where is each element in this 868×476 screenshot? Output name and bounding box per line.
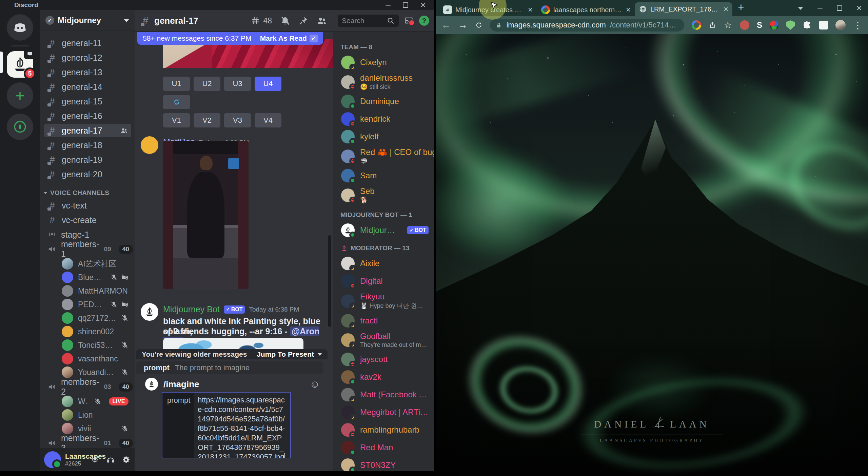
voice-user[interactable]: Bluebeat: [59, 271, 131, 284]
member-row[interactable]: Digital: [338, 272, 431, 290]
voice-user[interactable]: vasanthanc: [59, 352, 131, 365]
member-row[interactable]: Red 🦀 | CEO of bugs ...🦈: [338, 145, 431, 167]
variation-v4-button[interactable]: V4: [255, 113, 281, 127]
upscale-u2-button[interactable]: U2: [194, 77, 220, 91]
extensions-puzzle-icon[interactable]: [802, 20, 812, 30]
channel-list[interactable]: general-11 general-12 general-13 general…: [40, 31, 135, 448]
voice-user[interactable]: AI艺术社区: [59, 257, 131, 271]
midjourney-result-image[interactable]: [163, 338, 303, 350]
voice-user[interactable]: shinen002: [59, 325, 131, 338]
upscale-u1-button[interactable]: U1: [163, 77, 190, 91]
notifications-muted-icon[interactable]: [280, 16, 290, 26]
browser-menu-icon[interactable]: [853, 20, 863, 31]
minimize-button[interactable]: [817, 3, 822, 14]
member-row[interactable]: kav2k: [338, 368, 431, 386]
server-icon-midjourney[interactable]: 5: [7, 51, 33, 78]
new-messages-bar[interactable]: 58+ new messages since 6:37 PM Mark As R…: [137, 32, 323, 45]
member-row[interactable]: Meggirbot | ARTificial...: [338, 403, 431, 421]
upscale-u4-button[interactable]: U4: [255, 77, 281, 91]
headphones-icon[interactable]: [106, 455, 115, 464]
member-row[interactable]: kylelf: [338, 128, 431, 145]
avatar[interactable]: [141, 136, 158, 154]
member-row[interactable]: Aixile: [338, 255, 431, 272]
voice-user[interactable]: qq271725158: [59, 311, 131, 325]
close-button[interactable]: [856, 3, 862, 14]
member-row[interactable]: ramblingrhubarb: [338, 421, 431, 439]
extension-shield-icon[interactable]: [786, 20, 795, 30]
voice-room-members-2[interactable]: members-20340: [44, 380, 131, 394]
member-row[interactable]: Seb🐕: [338, 184, 431, 206]
member-row[interactable]: Cixelyn: [338, 54, 431, 71]
member-row[interactable]: Eikyuu🐰 Hype boy 너만 원해 Hype ...: [338, 290, 431, 312]
voice-user[interactable]: WinteraLIVE: [59, 395, 131, 408]
member-row[interactable]: jayscott: [338, 351, 431, 368]
explore-servers-button[interactable]: [7, 114, 33, 140]
attachment-image[interactable]: [163, 141, 249, 289]
member-list-scroll[interactable]: TEAM — 8 Cixelyn danielrussruss🤒 still s…: [333, 32, 434, 471]
member-list-icon[interactable]: [317, 16, 327, 26]
inbox-icon[interactable]: [404, 16, 414, 25]
autocomplete-option[interactable]: prompt: [144, 363, 170, 372]
search-input[interactable]: Search: [338, 15, 399, 27]
member-row[interactable]: Dominique: [338, 93, 431, 110]
prompt-input-box[interactable]: prompt https://images.squarespace-cdn.co…: [162, 392, 291, 458]
close-button[interactable]: [420, 0, 426, 11]
channel-vc-create[interactable]: vc-create: [44, 213, 131, 227]
channel-general-12[interactable]: general-12: [44, 51, 131, 64]
extension-icon[interactable]: [740, 20, 749, 30]
voice-user[interactable]: Lion: [59, 408, 131, 422]
mark-as-read-button[interactable]: Mark As Read: [260, 34, 318, 42]
member-row[interactable]: Red Man: [338, 439, 431, 456]
gear-icon[interactable]: [122, 455, 131, 464]
channel-general-14[interactable]: general-14: [44, 80, 131, 94]
message-area[interactable]: 58+ new messages since 6:37 PM Mark As R…: [135, 32, 333, 471]
tab-close-icon[interactable]: [528, 5, 533, 15]
prompt-input[interactable]: https://images.squarespace-cdn.com/conte…: [194, 393, 290, 458]
aurora-photo[interactable]: DANIELLAAN LAANSCAPES PHOTOGRAPHY: [436, 34, 868, 476]
voice-user[interactable]: Tonci53859: [59, 338, 131, 352]
forward-button[interactable]: [458, 20, 468, 31]
channel-general-16[interactable]: general-16: [44, 109, 131, 123]
channel-general-11[interactable]: general-11: [44, 36, 131, 50]
tab-image-active[interactable]: LRM_EXPORT_17643678795693...: [635, 2, 732, 16]
pinned-messages-icon[interactable]: [298, 16, 309, 26]
member-row[interactable]: Matt (Facebook mod): [338, 386, 431, 403]
maximize-button[interactable]: [403, 2, 408, 8]
share-icon[interactable]: [709, 21, 716, 29]
voice-channels-header[interactable]: VOICE CHANNELS: [43, 189, 131, 197]
variation-v3-button[interactable]: V3: [224, 113, 251, 127]
member-row[interactable]: kendrick: [338, 110, 431, 128]
channel-general-15[interactable]: general-15: [44, 95, 131, 108]
bookmark-star-icon[interactable]: [724, 20, 732, 31]
channel-general-19[interactable]: general-19: [44, 153, 131, 166]
new-tab-button[interactable]: [738, 1, 744, 14]
member-row[interactable]: danielrussruss🤒 still sick: [338, 71, 431, 93]
variation-v2-button[interactable]: V2: [194, 113, 220, 127]
google-page-icon[interactable]: [692, 20, 701, 30]
reload-button[interactable]: [475, 21, 482, 29]
tab-close-icon[interactable]: [626, 5, 631, 15]
jump-to-present-button[interactable]: Jump To Present: [257, 350, 322, 358]
member-row[interactable]: fractl: [338, 312, 431, 330]
reroll-button[interactable]: [163, 95, 190, 109]
chat-scrollbar[interactable]: [328, 235, 331, 327]
add-server-button[interactable]: [7, 82, 33, 109]
mic-icon[interactable]: [91, 455, 99, 464]
address-bar[interactable]: images.squarespace-cdn.com/content/v1/5c…: [490, 19, 684, 32]
extension-icon[interactable]: [757, 20, 762, 30]
tab-search-icon[interactable]: [798, 7, 803, 10]
author-name[interactable]: Midjourney Bot: [163, 304, 220, 314]
member-row[interactable]: Sam: [338, 167, 431, 184]
upscale-u3-button[interactable]: U3: [224, 77, 251, 91]
command-autocomplete[interactable]: prompt The prompt to imagine: [136, 361, 323, 374]
voice-room-members-3[interactable]: members-30140: [44, 436, 131, 448]
variation-v1-button[interactable]: V1: [163, 113, 190, 127]
viewing-older-messages-bar[interactable]: You're viewing older messages Jump To Pr…: [136, 349, 328, 359]
channel-general-17-selected[interactable]: general-17: [44, 124, 131, 137]
channel-general-13[interactable]: general-13: [44, 65, 131, 79]
maximize-button[interactable]: [837, 5, 842, 11]
threads-icon[interactable]: [250, 16, 260, 26]
voice-user[interactable]: PEDROCOELHO...: [59, 298, 131, 311]
channel-general-20[interactable]: general-20: [44, 167, 131, 181]
discord-home-button[interactable]: [7, 14, 33, 41]
